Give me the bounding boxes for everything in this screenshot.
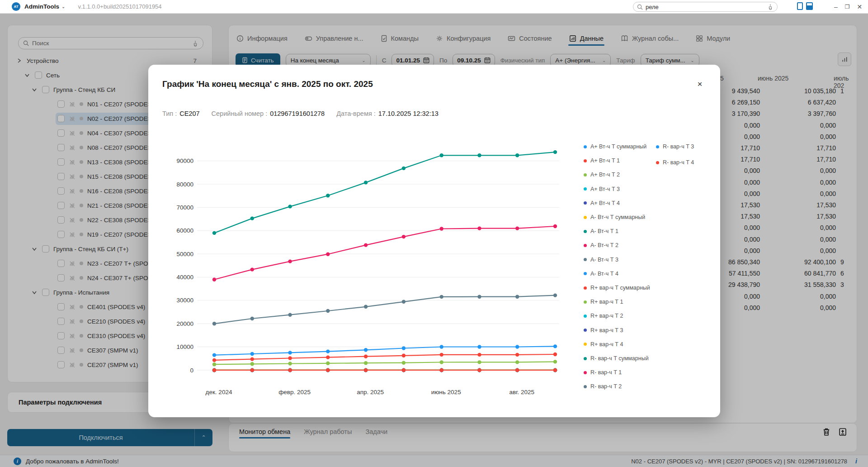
legend-item[interactable]: R- вар-ч Т 2 [584,383,622,390]
svg-text:80000: 80000 [176,181,193,188]
legend-color-dot [584,187,587,191]
legend-item[interactable]: A- Вт-ч Т суммарный [584,214,645,221]
legend-label: A+ Вт-ч Т 1 [590,157,620,164]
legend-label: R- вар-ч Т 4 [663,159,694,166]
legend-label: R+ вар-ч Т суммарный [590,285,650,291]
window-restore-button[interactable]: ❐ [845,4,850,10]
svg-text:50000: 50000 [176,251,193,257]
legend-item[interactable]: R+ вар-ч Т 2 [584,312,623,319]
legend-item[interactable]: A- Вт-ч Т 2 [584,242,618,249]
legend-item[interactable]: A- Вт-ч Т 4 [584,270,618,277]
app-version: v.1.1.0.0+build20251017091954 [78,3,161,10]
svg-text:90000: 90000 [176,157,193,164]
layout-panel-left-icon[interactable] [797,2,803,10]
legend-label: A- Вт-ч Т суммарный [590,214,645,220]
legend-color-dot [584,300,587,304]
window-close-button[interactable]: ✕ [857,3,863,10]
legend-item[interactable]: A+ Вт-ч Т 2 [584,171,620,178]
legend-item[interactable]: R+ вар-ч Т суммарный [584,284,650,291]
legend-item[interactable]: A- Вт-ч Т 1 [584,228,618,235]
legend-label: A+ Вт-ч Т 4 [590,200,620,206]
legend-item[interactable]: A- Вт-ч Т 3 [584,256,618,263]
legend-color-dot [584,286,587,290]
legend-color-dot [584,315,587,318]
svg-text:60000: 60000 [176,227,193,234]
legend-label: A- Вт-ч Т 4 [590,271,618,277]
legend-label: R- вар-ч Т 3 [663,143,694,150]
legend-item[interactable]: R+ вар-ч Т 4 [584,341,623,348]
svg-text:апр. 2025: апр. 2025 [357,389,384,396]
legend-label: A+ Вт-ч Т 2 [590,172,620,178]
legend-color-dot [584,329,587,332]
legend-label: R+ вар-ч Т 4 [590,341,623,348]
svg-text:июнь 2025: июнь 2025 [431,389,461,396]
legend-color-dot [584,173,587,176]
legend-color-dot [584,385,587,388]
legend-color-dot [584,357,587,360]
clear-search-broom-icon[interactable] [767,4,774,10]
legend-label: R- вар-ч Т 2 [590,383,622,390]
svg-text:20000: 20000 [176,320,193,327]
legend-label: A+ Вт-ч Т суммарный [590,143,646,150]
app-menu-chevron-icon[interactable]: ⌄ [61,4,65,9]
legend-label: R+ вар-ч Т 2 [590,313,623,319]
svg-text:30000: 30000 [176,297,193,304]
legend-label: R+ вар-ч Т 1 [590,299,623,305]
legend-color-dot [584,230,587,233]
app-logo: AT [12,2,20,11]
svg-text:40000: 40000 [176,274,193,281]
legend-item[interactable]: R+ вар-ч Т 3 [584,327,623,334]
legend-color-dot [584,216,587,219]
legend-color-dot [584,145,587,148]
svg-text:10000: 10000 [176,343,193,350]
legend-color-dot [584,343,587,346]
legend-label: R- вар-ч Т 1 [590,369,622,376]
global-search-input[interactable] [646,4,767,10]
app-title[interactable]: AdminTools [24,3,59,10]
legend-item[interactable]: R- вар-ч Т суммарный [584,355,649,362]
legend-item[interactable]: R- вар-ч Т 4 [656,159,694,166]
legend-label: A+ Вт-ч Т 3 [590,186,620,192]
legend-color-dot [584,244,587,247]
svg-text:70000: 70000 [176,204,193,211]
legend-item[interactable]: A+ Вт-ч Т 3 [584,186,620,193]
legend-label: A- Вт-ч Т 3 [590,257,618,263]
legend-color-dot [584,159,587,162]
legend-label: A- Вт-ч Т 2 [590,242,618,248]
legend-item[interactable]: R- вар-ч Т 1 [584,369,622,376]
legend-item[interactable]: A+ Вт-ч Т суммарный [584,143,646,150]
svg-text:авг. 2025: авг. 2025 [509,389,534,396]
legend-label: R- вар-ч Т суммарный [590,355,649,362]
search-icon [637,4,643,10]
window-minimize-button[interactable]: – [834,3,838,10]
chart-dialog: График 'На конец месяца' с янв. 2025 по … [148,65,720,417]
legend-color-dot [584,371,587,374]
legend-item[interactable]: A+ Вт-ч Т 1 [584,157,620,164]
svg-text:дек. 2024: дек. 2024 [206,389,232,396]
legend-color-dot [656,161,659,164]
legend-item[interactable]: R+ вар-ч Т 1 [584,298,623,305]
legend-label: A- Вт-ч Т 1 [590,228,618,234]
layout-panel-bottom-icon[interactable] [806,2,813,10]
legend-color-dot [584,201,587,205]
legend-item[interactable]: R- вар-ч Т 3 [656,143,694,150]
titlebar: AT AdminTools ⌄ v.1.1.0.0+build202510170… [0,0,868,14]
svg-text:0: 0 [190,367,193,374]
legend-color-dot [584,272,587,275]
legend-label: R+ вар-ч Т 3 [590,327,623,334]
chart: 0100002000030000400005000060000700008000… [148,65,720,417]
global-search[interactable] [633,2,778,12]
legend-color-dot [584,258,587,261]
legend-item[interactable]: A+ Вт-ч Т 4 [584,200,620,207]
svg-text:февр. 2025: февр. 2025 [278,389,311,396]
legend-color-dot [656,145,659,148]
